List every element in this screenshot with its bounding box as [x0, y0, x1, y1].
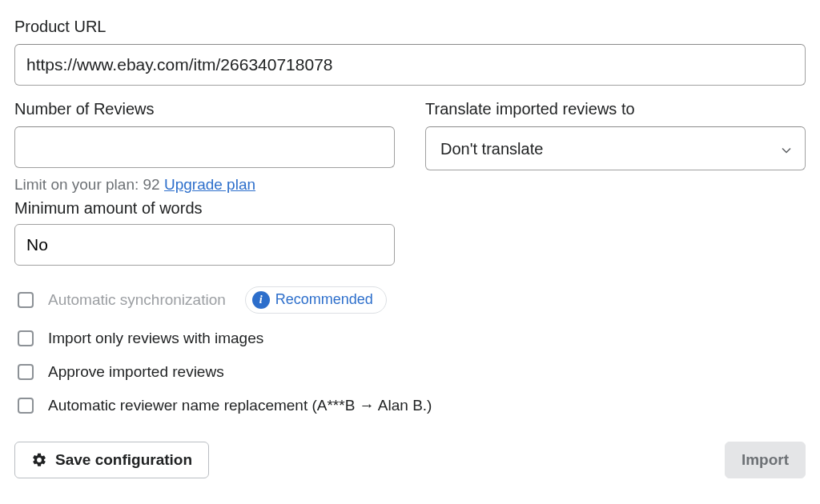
- translate-select[interactable]: Don't translate: [425, 126, 806, 170]
- recommended-text: Recommended: [275, 291, 373, 308]
- min-words-label: Minimum amount of words: [14, 199, 806, 218]
- auto-sync-label: Automatic synchronization: [48, 291, 226, 309]
- number-of-reviews-col: Number of Reviews Limit on your plan: 92…: [14, 100, 395, 196]
- upgrade-plan-link[interactable]: Upgrade plan: [164, 176, 255, 193]
- images-only-checkbox[interactable]: [18, 330, 34, 346]
- footer-actions: Save configuration Import: [14, 442, 806, 478]
- option-auto-sync: Automatic synchronization i Recommended: [14, 278, 806, 322]
- number-of-reviews-input[interactable]: [14, 126, 395, 168]
- save-button-label: Save configuration: [55, 451, 192, 469]
- options-list: Automatic synchronization i Recommended …: [14, 278, 806, 422]
- row-reviews-translate: Number of Reviews Limit on your plan: 92…: [14, 100, 806, 196]
- name-replace-checkbox[interactable]: [18, 398, 34, 414]
- min-words-input[interactable]: [14, 224, 395, 266]
- option-name-replace: Automatic reviewer name replacement (A**…: [14, 389, 806, 422]
- images-only-label: Import only reviews with images: [48, 330, 263, 347]
- approve-checkbox[interactable]: [18, 364, 34, 380]
- import-button[interactable]: Import: [725, 442, 806, 478]
- save-configuration-button[interactable]: Save configuration: [14, 442, 209, 478]
- translate-label: Translate imported reviews to: [425, 100, 806, 118]
- plan-limit-text: Limit on your plan: 92 Upgrade plan: [14, 174, 395, 196]
- approve-label: Approve imported reviews: [48, 363, 224, 381]
- plan-limit-prefix: Limit on your plan: 92: [14, 176, 164, 193]
- product-url-input[interactable]: [14, 44, 806, 86]
- number-of-reviews-label: Number of Reviews: [14, 100, 395, 118]
- info-icon: i: [252, 291, 270, 309]
- translate-col: Translate imported reviews to Don't tran…: [425, 100, 806, 170]
- recommended-badge: i Recommended: [245, 286, 387, 314]
- auto-sync-checkbox[interactable]: [18, 292, 34, 308]
- import-button-label: Import: [742, 451, 789, 469]
- gear-icon: [31, 452, 47, 468]
- min-words-field: Minimum amount of words: [14, 199, 806, 266]
- translate-select-wrap: Don't translate: [425, 126, 806, 170]
- option-images-only: Import only reviews with images: [14, 322, 806, 355]
- option-approve: Approve imported reviews: [14, 355, 806, 389]
- product-url-field: Product URL: [14, 18, 806, 86]
- product-url-label: Product URL: [14, 18, 806, 36]
- name-replace-label: Automatic reviewer name replacement (A**…: [48, 397, 432, 414]
